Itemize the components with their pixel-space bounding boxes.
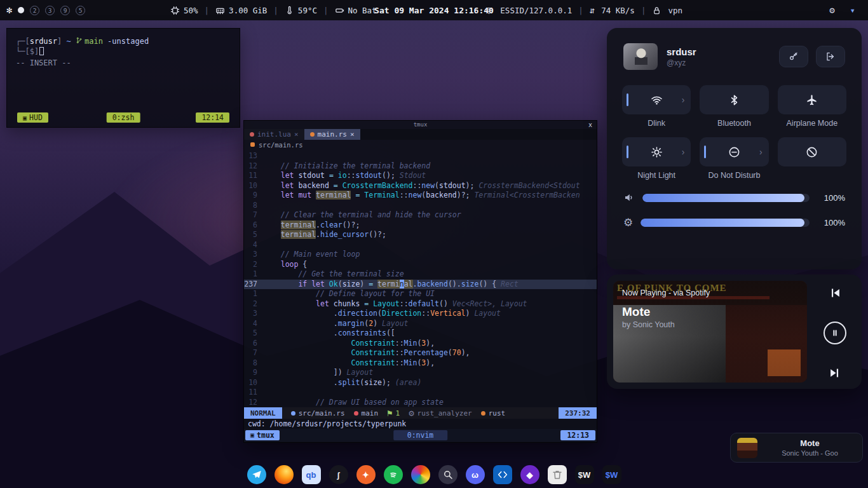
- logout-button[interactable]: [816, 46, 845, 67]
- code-token: [263, 210, 281, 219]
- toggle-do-not-disturb-button[interactable]: ›: [700, 137, 768, 166]
- code-token: CrosstermBackend<Stdout: [474, 181, 580, 190]
- tray-gear-button[interactable]: ⚙: [829, 6, 834, 15]
- dock-qutebrowser[interactable]: qb: [302, 465, 321, 484]
- tab-main.rs[interactable]: main.rs×: [304, 129, 360, 140]
- dock-magnifier[interactable]: [438, 465, 458, 484]
- workspace-5[interactable]: 5: [76, 6, 85, 15]
- pause-button[interactable]: [824, 322, 846, 344]
- workspace-2[interactable]: 2: [30, 6, 39, 15]
- code-line[interactable]: 1 // Define layout for the UI: [244, 289, 597, 299]
- code-token: terminal: [281, 230, 316, 239]
- dock-gimp[interactable]: [411, 465, 430, 484]
- dock-sw-blue[interactable]: $W: [602, 465, 621, 484]
- zsh-badge[interactable]: 0:zsh: [107, 112, 140, 123]
- dock-sw-light[interactable]: $W: [575, 465, 594, 484]
- dock-app-orange[interactable]: ✦: [356, 465, 376, 484]
- window-titlebar[interactable]: tmux x: [244, 121, 597, 129]
- toggle-dlink-button[interactable]: ›: [622, 85, 691, 114]
- brightness-slider[interactable]: [641, 219, 810, 227]
- tab-init.lua[interactable]: init.lua×: [244, 129, 304, 140]
- clock: Sat 09 Mar 2024 12:16:40: [374, 6, 494, 15]
- chevron-right-icon[interactable]: ›: [682, 95, 685, 105]
- dock-vscode[interactable]: [493, 465, 512, 484]
- line-number: 7: [244, 348, 263, 358]
- prompt-unstaged: -unstaged: [107, 37, 149, 46]
- toggle-bluetooth-button[interactable]: [700, 85, 768, 114]
- code-token: ::: [395, 348, 404, 357]
- vpn-label: vpn: [668, 6, 682, 15]
- code-line[interactable]: 4: [244, 240, 597, 250]
- dock-spotify[interactable]: [384, 465, 403, 484]
- code-line[interactable]: 1 // Get the terminal size: [244, 269, 597, 280]
- dock-discord[interactable]: ω: [466, 465, 485, 484]
- quick-toggles: ›DlinkBluetoothAirplane Mode›Night Light…: [607, 81, 862, 189]
- chevron-right-icon[interactable]: ›: [682, 147, 685, 157]
- code-line[interactable]: 237 if let Ok(size) = terminal.backend()…: [244, 280, 597, 290]
- track-title: Mote: [622, 305, 650, 319]
- code-line[interactable]: 11: [244, 388, 597, 398]
- buffer-tabs: init.lua×main.rs×: [244, 129, 597, 140]
- dock-firefox[interactable]: [275, 465, 294, 484]
- code-line[interactable]: 13: [244, 151, 597, 161]
- next-track-button[interactable]: [828, 366, 842, 380]
- code-line[interactable]: 3 .direction(Direction::Vertical) Layout: [244, 309, 597, 319]
- dock-trash[interactable]: [548, 465, 567, 484]
- code-line[interactable]: 3 // Main event loop: [244, 250, 597, 260]
- workspace-3[interactable]: 3: [45, 6, 55, 15]
- dock-app-s[interactable]: ʃ: [329, 465, 348, 484]
- tmux-badge[interactable]: ▣tmux: [245, 430, 280, 440]
- code-token: ::: [395, 358, 404, 367]
- code-line[interactable]: 11 let stdout = io::stdout(); Stdout: [244, 171, 597, 181]
- code-line[interactable]: 10 .split(size); (area): [244, 378, 597, 388]
- tab-close-button[interactable]: ×: [350, 130, 355, 139]
- code-line[interactable]: 5 .constraints([: [244, 329, 597, 339]
- code-line[interactable]: 9 let mut terminal = Terminal::new(backe…: [244, 191, 597, 201]
- prompt-user: srdusr: [30, 37, 57, 46]
- window-close-button[interactable]: x: [588, 121, 592, 129]
- toggle-blocked-button[interactable]: [778, 137, 846, 166]
- tab-close-button[interactable]: ×: [294, 130, 299, 139]
- workspace-4[interactable]: 9: [60, 6, 70, 15]
- media-notification[interactable]: Mote Sonic Youth - Goo: [730, 433, 863, 463]
- toggle-airplane-mode-button[interactable]: [778, 85, 846, 114]
- code-line[interactable]: 2 let chunks = Layout::default() Vec<Rec…: [244, 299, 597, 309]
- code-token: ::: [421, 309, 430, 318]
- code-line[interactable]: 6 Constraint::Min(3),: [244, 339, 597, 349]
- workspace-1[interactable]: [18, 7, 24, 13]
- terminal-window[interactable]: ┌─[srdusr] ~ main -unstaged └─[$] -- INS…: [6, 28, 240, 128]
- toggle-night-light-button[interactable]: ›: [622, 137, 691, 166]
- code-line[interactable]: 9 ]) Layout: [244, 368, 597, 378]
- dock-telegram[interactable]: [247, 465, 266, 484]
- stat-temp: 59°C: [285, 6, 317, 15]
- code-line[interactable]: 5 terminal.hide_cursor()?;: [244, 230, 597, 240]
- code-line[interactable]: 2 loop {: [244, 260, 597, 270]
- code-line[interactable]: 8: [244, 201, 597, 211]
- editor-window[interactable]: tmux x init.lua×main.rs× src/main.rs 131…: [243, 120, 597, 443]
- chevron-right-icon[interactable]: ›: [759, 147, 763, 157]
- code-line[interactable]: 7 // Clear the terminal and hide the cur…: [244, 210, 597, 220]
- tray-chevron-down-button[interactable]: ▾: [850, 6, 855, 15]
- code-line[interactable]: 10 let backend = CrosstermBackend::new(s…: [244, 181, 597, 191]
- code-token: );: [466, 181, 475, 190]
- code-line[interactable]: 6 terminal.clear()?;: [244, 220, 597, 231]
- toggle-label: Bluetooth: [717, 119, 751, 128]
- code-line[interactable]: 12 // Draw UI based on app state: [244, 398, 597, 408]
- code-token: constraints: [338, 329, 386, 337]
- code-line[interactable]: 8 Constraint::Min(3),: [244, 358, 597, 369]
- launcher-icon[interactable]: ✻: [6, 4, 12, 16]
- app-purple-glyph: ◆: [527, 470, 533, 480]
- volume-slider[interactable]: [642, 194, 810, 202]
- code-area[interactable]: 1312 // Initialize the terminal backend1…: [244, 149, 597, 407]
- keyring-button[interactable]: [779, 46, 808, 67]
- dock-app-purple[interactable]: ◆: [520, 465, 539, 484]
- hud-badge[interactable]: ▣HUD: [17, 112, 48, 123]
- code-line[interactable]: 7 Constraint::Percentage(70),: [244, 348, 597, 358]
- code-token: [263, 250, 281, 259]
- code-line[interactable]: 12 // Initialize the terminal backend: [244, 161, 597, 172]
- tmux-session[interactable]: 0:nvim: [393, 430, 448, 440]
- previous-track-button[interactable]: [828, 286, 842, 300]
- gear-icon: ⚙: [409, 409, 414, 417]
- code-line[interactable]: 4 .margin(2) Layout: [244, 319, 597, 329]
- toggle-cell-do-not-disturb: ›Do Not Disturb: [700, 137, 768, 189]
